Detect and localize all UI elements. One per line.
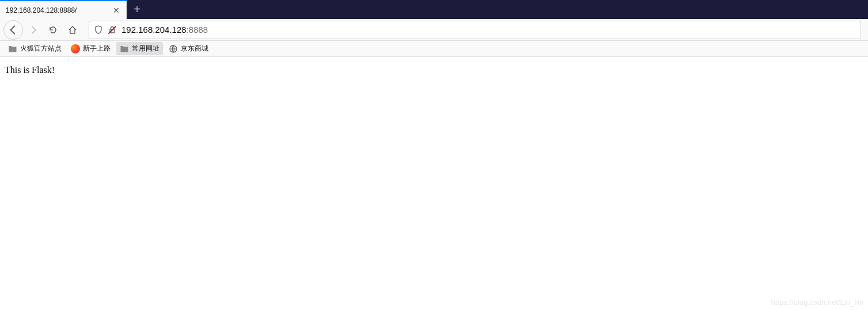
- reload-icon: [48, 25, 58, 35]
- bookmark-label: 京东商城: [181, 44, 208, 53]
- firefox-favicon-icon: [71, 44, 80, 53]
- new-tab-button[interactable]: +: [127, 0, 147, 19]
- url-host: 192.168.204.128: [121, 25, 186, 35]
- bookmark-item-common-sites[interactable]: 常用网址: [116, 42, 163, 55]
- home-button[interactable]: [63, 21, 82, 39]
- insecure-lock-icon[interactable]: [108, 25, 117, 35]
- bookmark-label: 常用网址: [132, 44, 159, 53]
- nav-toolbar: 192.168.204.128:8888: [0, 19, 868, 41]
- url-text: 192.168.204.128:8888: [121, 25, 856, 35]
- globe-icon: [169, 44, 178, 53]
- back-button[interactable]: [3, 20, 23, 40]
- folder-icon: [120, 44, 129, 53]
- browser-tab-active[interactable]: 192.168.204.128:8888/ ✕: [0, 0, 127, 19]
- bookmark-label: 新手上路: [83, 44, 111, 53]
- reload-button[interactable]: [44, 21, 62, 39]
- shield-icon[interactable]: [94, 25, 103, 35]
- url-port: :8888: [186, 25, 208, 35]
- url-bar[interactable]: 192.168.204.128:8888: [89, 21, 861, 39]
- page-content: This is Flask!: [0, 57, 868, 83]
- watermark: https://blog.csdn.net/Lin_Hv: [771, 298, 863, 307]
- bookmark-item-firefox-official[interactable]: 火狐官方站点: [5, 42, 65, 55]
- home-icon: [68, 25, 77, 35]
- folder-icon: [8, 44, 17, 53]
- forward-button: [24, 21, 43, 39]
- bookmarks-bar: 火狐官方站点 新手上路 常用网址 京东商城: [0, 41, 868, 57]
- arrow-right-icon: [29, 25, 38, 35]
- close-tab-icon[interactable]: ✕: [112, 6, 121, 15]
- arrow-left-icon: [8, 25, 18, 35]
- page-body-text: This is Flask!: [5, 65, 55, 75]
- bookmark-item-jd[interactable]: 京东商城: [165, 42, 212, 55]
- tab-title: 192.168.204.128:8888/: [6, 6, 112, 14]
- bookmark-label: 火狐官方站点: [20, 44, 62, 53]
- bookmark-item-getting-started[interactable]: 新手上路: [67, 42, 114, 55]
- tab-strip: 192.168.204.128:8888/ ✕ +: [0, 0, 868, 19]
